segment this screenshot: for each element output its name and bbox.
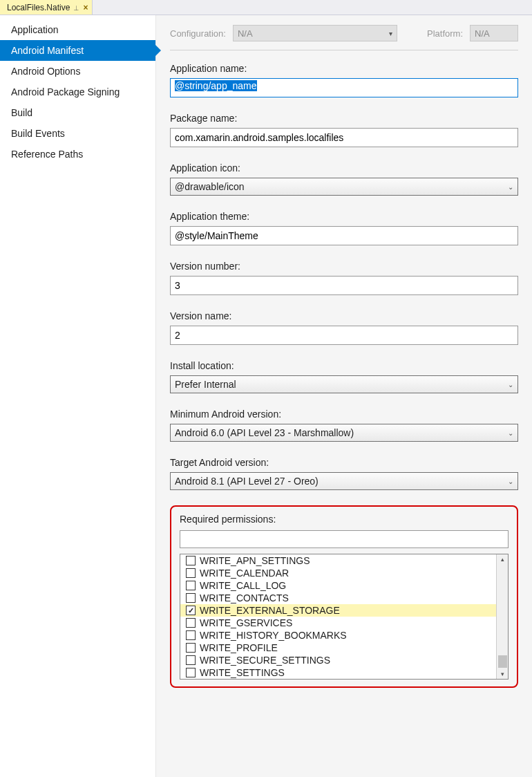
app-icon-dropdown[interactable]: @drawable/icon ⌄ [170, 178, 518, 196]
sidebar-item-android-manifest[interactable]: Android Manifest [0, 40, 155, 61]
permission-name: WRITE_CALL_LOG [200, 580, 286, 591]
permission-name: WRITE_CONTACTS [200, 592, 289, 603]
document-tab[interactable]: LocalFiles.Native ⟂ × [0, 0, 93, 15]
package-name-input[interactable] [170, 128, 518, 147]
permission-checkbox[interactable] [186, 655, 196, 665]
target-android-dropdown[interactable]: Android 8.1 (API Level 27 - Oreo) ⌄ [170, 472, 518, 490]
permission-row[interactable]: WRITE_APN_SETTINGS [180, 554, 496, 567]
permission-row[interactable]: WRITE_GSERVICES [180, 617, 496, 629]
permission-name: WRITE_SECURE_SETTINGS [200, 655, 330, 666]
scroll-up-icon[interactable]: ▴ [501, 554, 504, 564]
permission-checkbox[interactable] [186, 668, 196, 677]
chevron-down-icon: ⌄ [508, 183, 513, 191]
permission-name: WRITE_SETTINGS [200, 667, 285, 678]
required-permissions-group: Required permissions: WRITE_APN_SETTINGS… [170, 505, 518, 688]
platform-label: Platform: [427, 28, 463, 39]
min-android-label: Minimum Android version: [170, 409, 518, 420]
pin-icon[interactable]: ⟂ [74, 3, 79, 12]
sidebar-item-build-events[interactable]: Build Events [0, 123, 155, 144]
permission-checkbox[interactable] [186, 556, 196, 565]
permission-row[interactable]: WRITE_SECURE_SETTINGS [180, 654, 496, 666]
scrollbar[interactable]: ▴ ▾ [496, 554, 508, 679]
permission-row[interactable]: WRITE_PROFILE [180, 642, 496, 654]
min-android-dropdown[interactable]: Android 6.0 (API Level 23 - Marshmallow)… [170, 424, 518, 442]
permissions-search-input[interactable] [180, 530, 509, 548]
sidebar-item-build[interactable]: Build [0, 102, 155, 123]
content-panel: Configuration: N/A ▾ Platform: N/A Appli… [155, 15, 532, 777]
permission-row[interactable]: WRITE_SETTINGS [180, 666, 496, 679]
permission-checkbox[interactable] [186, 643, 196, 653]
chevron-down-icon: ⌄ [508, 381, 513, 388]
app-icon-label: Application icon: [170, 162, 518, 174]
permission-row[interactable]: WRITE_CALENDAR [180, 567, 496, 579]
permission-row[interactable]: WRITE_CALL_LOG [180, 579, 496, 592]
app-theme-input[interactable] [170, 226, 518, 245]
permission-name: WRITE_APN_SETTINGS [200, 555, 310, 566]
permission-row[interactable]: WRITE_EXTERNAL_STORAGE [180, 604, 496, 617]
permission-row[interactable]: WRITE_HISTORY_BOOKMARKS [180, 629, 496, 642]
config-bar: Configuration: N/A ▾ Platform: N/A [170, 25, 518, 50]
sidebar: ApplicationAndroid ManifestAndroid Optio… [0, 15, 155, 777]
install-location-label: Install location: [170, 360, 518, 371]
sidebar-item-android-package-signing[interactable]: Android Package Signing [0, 82, 155, 102]
permission-name: WRITE_PROFILE [200, 642, 278, 653]
app-theme-label: Application theme: [170, 211, 518, 222]
close-icon[interactable]: × [83, 3, 88, 12]
target-android-label: Target Android version: [170, 457, 518, 468]
scroll-thumb[interactable] [498, 655, 507, 668]
tab-bar: LocalFiles.Native ⟂ × [0, 0, 532, 15]
version-name-input[interactable] [170, 326, 518, 345]
chevron-down-icon: ⌄ [508, 429, 513, 437]
platform-dropdown: N/A [470, 25, 518, 41]
permissions-label: Required permissions: [180, 514, 509, 525]
permission-checkbox[interactable] [186, 630, 196, 640]
sidebar-item-android-options[interactable]: Android Options [0, 61, 155, 82]
permission-checkbox[interactable] [186, 581, 196, 590]
permission-name: WRITE_EXTERNAL_STORAGE [200, 605, 340, 616]
version-number-input[interactable] [170, 276, 518, 295]
install-location-dropdown[interactable]: Prefer Internal ⌄ [170, 375, 518, 393]
permission-checkbox[interactable] [186, 606, 196, 615]
scroll-down-icon[interactable]: ▾ [501, 669, 504, 679]
version-name-label: Version name: [170, 310, 518, 321]
permission-name: WRITE_HISTORY_BOOKMARKS [200, 630, 347, 641]
permission-checkbox[interactable] [186, 568, 196, 578]
app-name-input[interactable]: @string/app_name [170, 78, 518, 97]
version-number-label: Version number: [170, 261, 518, 272]
permission-row[interactable]: WRITE_CONTACTS [180, 592, 496, 604]
permissions-list[interactable]: WRITE_APN_SETTINGSWRITE_CALENDARWRITE_CA… [180, 554, 496, 679]
permission-checkbox[interactable] [186, 593, 196, 603]
config-dropdown: N/A ▾ [233, 25, 397, 41]
permission-checkbox[interactable] [186, 618, 196, 628]
permission-name: WRITE_CALENDAR [200, 568, 289, 579]
permission-name: WRITE_GSERVICES [200, 617, 292, 628]
package-name-label: Package name: [170, 113, 518, 124]
tab-title: LocalFiles.Native [7, 3, 70, 12]
sidebar-item-reference-paths[interactable]: Reference Paths [0, 144, 155, 165]
chevron-down-icon: ⌄ [508, 478, 513, 485]
config-label: Configuration: [170, 28, 226, 39]
sidebar-item-application[interactable]: Application [0, 19, 155, 40]
chevron-down-icon: ▾ [389, 30, 392, 37]
app-name-label: Application name: [170, 63, 518, 74]
